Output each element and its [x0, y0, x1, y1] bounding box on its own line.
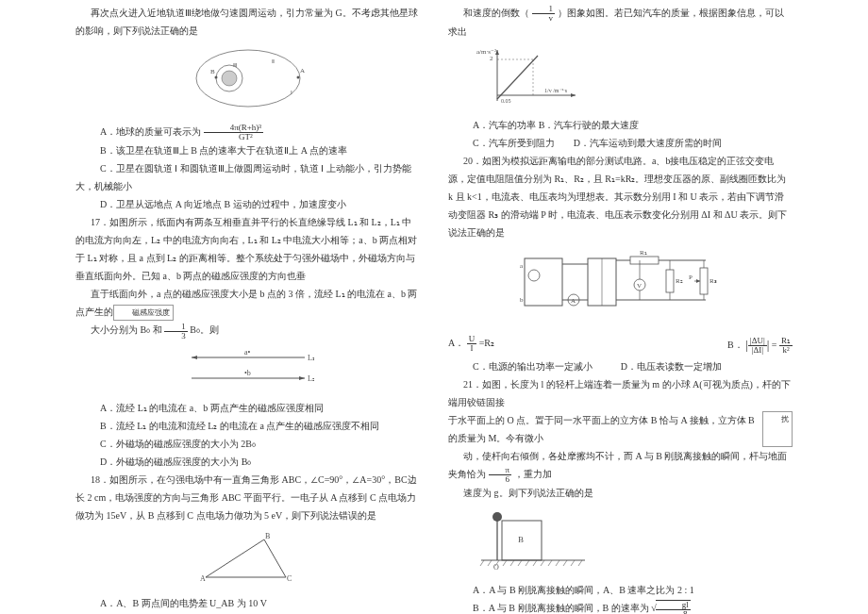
q19-frac: 1 v	[532, 5, 556, 23]
svg-text:R₁: R₁	[640, 249, 647, 257]
svg-text:b: b	[520, 296, 524, 304]
q20-text-1: 20．如图为模拟远距离输电的部分测试电路。a、b接电压稳定的正弦交变电源，定值电…	[448, 152, 793, 241]
svg-text:L₁: L₁	[308, 354, 314, 362]
q17-text-2: 直于纸面向外，a 点的磁感应强度大小是 b 点的 3 倍，流经 L₁ 的电流在 …	[75, 285, 420, 321]
svg-text:C: C	[287, 574, 292, 583]
q17-option-c: C．外磁场的磁感应强度的大小为 2B₀	[75, 435, 420, 453]
svg-line-63	[480, 560, 484, 566]
svg-text:Ⅱ: Ⅱ	[272, 58, 275, 64]
svg-point-8	[296, 76, 299, 79]
svg-marker-15	[299, 376, 305, 380]
svg-text:V: V	[637, 282, 642, 290]
svg-line-71	[541, 560, 544, 566]
svg-text:1/v /m⁻¹·s: 1/v /m⁻¹·s	[544, 88, 568, 93]
svg-text:Ⅲ: Ⅲ	[233, 62, 237, 68]
svg-text:a•: a•	[244, 348, 251, 357]
hint-box-2: 扰	[762, 411, 793, 447]
svg-text:A: A	[571, 297, 576, 305]
svg-text:A: A	[300, 67, 305, 75]
q18-option-a: A．A、B 两点间的电势差 U_AB 为 10 V	[75, 594, 420, 612]
svg-rect-42	[630, 257, 659, 264]
q17-figure: a• L₁ •b L₂	[75, 346, 420, 393]
svg-line-69	[526, 560, 529, 566]
q20-options-ab: A． UI =R₂ B． ||ΔU||ΔI|| = R₁k²	[448, 334, 793, 357]
q16-intro-text: 再次点火进入近地轨道Ⅲ绕地做匀速圆周运动，引力常量为 G。不考虑其他星球的影响，…	[75, 4, 420, 40]
svg-text:A: A	[200, 574, 206, 583]
svg-text:a: a	[520, 262, 524, 270]
q16-figure: A B Ⅲ Ⅱ Ⅰ	[75, 45, 420, 117]
svg-line-73	[556, 560, 559, 566]
q19-option-ab: A．汽车的功率 B．汽车行驶的最大速度	[448, 116, 793, 134]
svg-marker-23	[571, 93, 576, 97]
svg-line-66	[503, 560, 507, 566]
svg-text:B: B	[210, 68, 215, 75]
q18-text-1: 18．如图所示，在匀强电场中有一直角三角形 ABC，∠C=90°，∠A=30°，…	[75, 471, 420, 524]
q17-text-3: 大小分别为 B₀ 和 1 3 B₀。则	[75, 321, 420, 340]
q19-text-2: 和速度的倒数（ 1 v ）图象如图。若已知汽车的质量，根据图象信息，可以求出	[448, 4, 793, 41]
q17-option-a: A．流经 L₁ 的电流在 a、b 两点产生的磁感应强度相同	[75, 399, 420, 417]
q16-option-c: C．卫星在圆轨道 Ⅰ 和圆轨道Ⅲ上做圆周运动时，轨道 Ⅰ 上动能小，引力势能大，…	[75, 159, 420, 195]
q21-option-a: A．A 与 B 刚脱离接触的瞬间，A、B 速率之比为 2 : 1	[448, 581, 793, 599]
q19-figure: a/m·s⁻² 2 0.05 1/v /m⁻¹·s	[448, 46, 793, 110]
svg-text:P: P	[689, 274, 693, 281]
q21-figure: B O	[448, 507, 793, 575]
svg-line-75	[571, 560, 575, 566]
svg-point-2	[222, 71, 237, 86]
svg-text:B: B	[518, 535, 524, 544]
q16-option-a: A．地球的质量可表示为 4π(R+h)³ GT²	[75, 123, 420, 141]
svg-text:Ⅰ: Ⅰ	[291, 90, 292, 95]
q17-option-b: B．流经 L₁ 的电流和流经 L₂ 的电流在 a 点产生的磁感应强度不相同	[75, 417, 420, 435]
rod-block-diagram: B O	[476, 507, 590, 570]
svg-line-76	[578, 560, 582, 566]
svg-point-0	[196, 50, 300, 107]
svg-line-70	[533, 560, 537, 566]
q17-text-1: 17．如图所示，纸面内有两条互相垂直并平行的长直绝缘导线 L₁ 和 L₂，L₁ …	[75, 213, 420, 285]
q16-option-b: B．该卫星在轨道Ⅲ上 B 点的速率大于在轨道Ⅱ上 A 点的速率	[75, 141, 420, 159]
svg-text:2: 2	[490, 55, 493, 62]
svg-text:B: B	[265, 532, 270, 540]
svg-line-74	[563, 560, 567, 566]
q21-text-1: 21．如图，长度为 l 的轻杆上端连着一质量为 m 的小球 A(可视为质点)，杆…	[448, 375, 793, 411]
svg-point-78	[492, 512, 502, 522]
triangle-diagram: A C B	[196, 530, 300, 583]
svg-text:R₃: R₃	[709, 277, 717, 285]
q20-option-a: A． UI =R₂	[448, 334, 494, 357]
q20-figure: a b A R₁ V R₂	[448, 247, 793, 328]
svg-text:O: O	[493, 563, 499, 570]
q16a-pre: A．地球的质量可表示为	[100, 126, 204, 137]
svg-point-9	[214, 76, 217, 79]
svg-line-26	[497, 56, 538, 99]
q17-frac: 1 3	[164, 323, 188, 340]
svg-line-64	[488, 560, 492, 566]
svg-line-72	[548, 560, 552, 566]
svg-rect-51	[666, 270, 674, 292]
svg-marker-11	[192, 356, 197, 359]
q21-text-3: 速度为 g。则下列说法正确的是	[448, 484, 793, 502]
q21-option-b: B．A 与 B 刚脱离接触的瞬间，B 的速率为 √gl8	[448, 599, 793, 614]
q21-text-1b: 于水平面上的 O 点。置于同一水平面上的立方体 B 恰与 A 接触，立方体 B …	[448, 411, 793, 447]
svg-text:a/m·s⁻²: a/m·s⁻²	[476, 48, 496, 56]
q20-option-cd: C．电源的输出功率一定减小 D．电压表读数一定增加	[448, 357, 793, 375]
svg-line-68	[518, 560, 522, 566]
q17-option-d: D．外磁场的磁感应强度的大小为 B₀	[75, 453, 420, 471]
svg-text:R₂: R₂	[676, 277, 683, 285]
q19-option-cd: C．汽车所受到阻力 D．汽车运动到最大速度所需的时间	[448, 134, 793, 152]
svg-marker-59	[696, 279, 700, 283]
graph-diagram: a/m·s⁻² 2 0.05 1/v /m⁻¹·s	[476, 46, 580, 105]
wire-diagram: a• L₁ •b L₂	[182, 346, 314, 388]
hint-box: 磁感应强度	[113, 305, 174, 321]
svg-text:0.05: 0.05	[501, 98, 511, 104]
svg-rect-33	[525, 258, 562, 306]
circuit-diagram: a b A R₁ V R₂	[517, 247, 725, 323]
svg-rect-55	[700, 268, 708, 294]
q21-text-2: 动，使杆向右倾倒，各处摩擦均不计，而 A 与 B 刚脱离接触的瞬间，杆与地面夹角…	[448, 447, 793, 484]
q16-option-d: D．卫星从远地点 A 向近地点 B 运动的过程中，加速度变小	[75, 195, 420, 213]
svg-text:L₂: L₂	[308, 374, 314, 383]
svg-marker-18	[206, 539, 286, 577]
orbit-diagram: A B Ⅲ Ⅱ Ⅰ	[192, 45, 305, 111]
svg-line-67	[510, 560, 514, 566]
q18-figure: A C B	[75, 530, 420, 589]
q20-option-b: B． ||ΔU||ΔI|| = R₁k²	[727, 334, 793, 357]
svg-text:•b: •b	[244, 369, 251, 377]
q16a-frac: 4π(R+h)³ GT²	[204, 124, 263, 141]
